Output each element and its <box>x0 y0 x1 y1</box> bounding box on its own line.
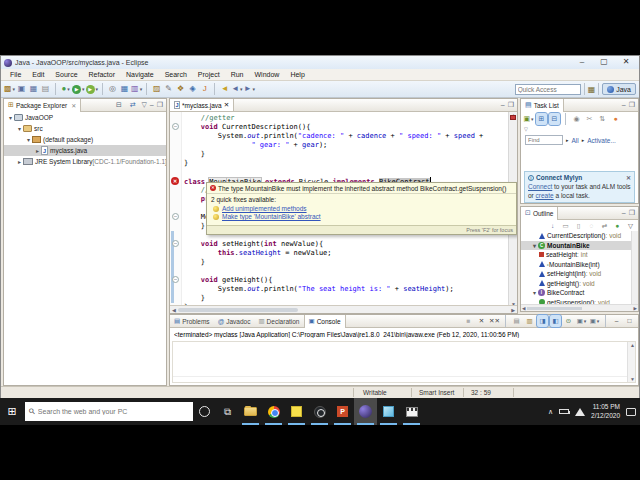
menu-source[interactable]: Source <box>50 69 82 80</box>
link-editor-icon[interactable]: ⇄ <box>599 220 610 232</box>
code-line-4[interactable]: " gear: " + gear); <box>184 141 327 150</box>
all-link[interactable]: All <box>572 137 579 144</box>
last-edit-icon[interactable]: ◄ <box>219 83 230 95</box>
print-icon[interactable]: ▤ <box>40 83 51 95</box>
view-menu-icon[interactable]: ▽ <box>625 220 636 232</box>
coverage-icon[interactable]: ▥▾ <box>131 83 142 95</box>
fold-collapse-icon[interactable]: – <box>172 123 179 130</box>
clear-console-icon[interactable]: ▤ <box>511 315 522 327</box>
code-line-2[interactable]: void CurrentDescription(){ <box>184 123 310 132</box>
focus-icon[interactable]: ◉ <box>571 113 582 125</box>
code-line-15[interactable]: void setHeight(int newValue){ <box>184 240 323 249</box>
sort-icon[interactable]: ↓ <box>547 220 558 232</box>
fold-collapse-icon[interactable]: – <box>172 240 179 247</box>
outline-horizontal-scrollbar[interactable]: ◀ ▶ <box>521 304 638 311</box>
code-line-13[interactable]: } <box>184 222 205 231</box>
open-table-icon[interactable]: ▦ <box>119 83 130 95</box>
close-view-icon[interactable]: ✕ <box>71 102 76 109</box>
code-line-20[interactable]: System.out.println("The seat height is: … <box>184 285 454 294</box>
pin-console-icon[interactable]: ⊙ <box>563 315 574 327</box>
taskbar-search-input[interactable] <box>38 408 178 415</box>
menu-window[interactable]: Window <box>249 69 284 80</box>
menu-navigate[interactable]: Navigate <box>121 69 159 80</box>
expand-all-icon[interactable]: ▸ <box>566 137 569 143</box>
battery-icon[interactable] <box>559 409 569 414</box>
scroll-right-icon[interactable]: ▶ <box>634 306 637 311</box>
overview-error-marker[interactable] <box>510 115 516 120</box>
editor-horizontal-scrollbar[interactable]: ◀ ▶ <box>170 305 517 313</box>
notification-center-icon[interactable] <box>626 408 636 416</box>
tab-myclass-java[interactable]: J *myclass.java ✕ <box>170 99 234 111</box>
tab-outline[interactable]: ⊡ Outline <box>521 207 558 220</box>
menu-search[interactable]: Search <box>160 69 192 80</box>
scroll-left-icon[interactable]: ◀ <box>172 307 176 313</box>
code-line-1[interactable]: //getter <box>184 114 235 123</box>
tree-item-jre-system-library-[interactable]: ▸JRE System Library [CDC-1.1/Foundation-… <box>4 156 166 167</box>
java-perspective-button[interactable]: Java <box>602 83 636 95</box>
editor-tab-close-icon[interactable]: ✕ <box>224 101 229 109</box>
console-vertical-scrollbar[interactable]: ▲ ▼ <box>627 342 635 382</box>
title-bar[interactable]: Java - JavaOOP/src/myclass.java - Eclips… <box>1 56 639 69</box>
hide-static-icon[interactable]: ▯ <box>573 220 584 232</box>
tree-item--default-package-[interactable]: ▾(default package) <box>4 134 166 145</box>
mylyn-link-connect[interactable]: Connect <box>528 183 552 190</box>
expand-icon[interactable]: ▸ <box>16 158 23 165</box>
collapse-icon[interactable]: ▾ <box>25 136 32 143</box>
tab-javadoc[interactable]: @Javadoc <box>214 315 255 328</box>
collapse-all-icon[interactable]: ⊟ <box>113 99 124 111</box>
scroll-left-icon[interactable]: ◀ <box>522 306 525 311</box>
taskbar-search[interactable]: ⚲ <box>25 402 193 421</box>
outline-item-mountainbike-int-[interactable]: cMountainBike(int) <box>521 260 631 270</box>
tree-item-src[interactable]: ▾src <box>4 123 166 134</box>
close-button[interactable]: ✕ <box>615 56 637 69</box>
taskbar-app-video-editor[interactable] <box>400 398 423 425</box>
editor-annotation-ruler[interactable]: ––––✕ <box>170 112 182 307</box>
activate-link[interactable]: Activate... <box>587 137 616 144</box>
start-button[interactable]: ⊞ <box>0 398 24 425</box>
tree-item-myclass-java[interactable]: ▸Jmyclass.java <box>4 145 166 156</box>
show-stdout-icon[interactable]: ◨ <box>537 315 548 327</box>
run-last-icon[interactable]: ▶▾ <box>86 83 99 95</box>
show-stderr-icon[interactable]: ◧ <box>550 315 561 327</box>
find-input[interactable] <box>525 135 563 145</box>
quick-fix-item[interactable]: Make type 'MountainBike' abstract <box>207 212 516 220</box>
minimize-view-icon[interactable]: – <box>611 315 622 327</box>
taskbar-app-chrome[interactable] <box>262 398 285 425</box>
filter-icon[interactable]: ✂ <box>584 113 595 125</box>
outline-item-seatheight[interactable]: seatHeight : int <box>521 250 631 260</box>
quick-fix-item[interactable]: Add unimplemented methods <box>207 204 516 212</box>
tray-expand-icon[interactable]: ∧ <box>548 408 553 416</box>
outline-item-getheight-[interactable]: getHeight() : void <box>521 279 631 289</box>
display-console-icon[interactable]: ▣▾ <box>576 315 587 327</box>
code-line-21[interactable]: } <box>184 294 205 303</box>
debug-icon[interactable]: ●▾ <box>60 83 71 95</box>
maximize-icon[interactable]: ❐ <box>157 100 163 110</box>
outline-item-mountainbike[interactable]: ▾CMountainBike <box>521 241 631 251</box>
console-horizontal-scrollbar[interactable] <box>173 376 627 382</box>
quick-fix-link[interactable]: Add unimplemented methods <box>222 205 307 212</box>
forward-icon[interactable]: ►▾ <box>244 83 255 95</box>
taskbar-app-eclipse[interactable] <box>354 398 377 425</box>
sync-icon[interactable]: ⇅ <box>597 113 608 125</box>
outline-item-bikecontract[interactable]: ▾IBikeContract <box>521 288 631 298</box>
scrollbar-thumb[interactable] <box>527 307 582 310</box>
minimize-button[interactable]: – <box>571 56 593 69</box>
open-task-icon[interactable]: ▨ <box>151 83 162 95</box>
code-line-3[interactable]: System.out.println("cadence: " + cadence… <box>184 132 483 141</box>
mylyn-close-icon[interactable]: ✕ <box>626 174 631 181</box>
console-output-area[interactable]: ▲ ▼ <box>172 341 636 383</box>
focus-dot-icon[interactable]: ● <box>612 220 623 232</box>
back-icon[interactable]: ◄▾ <box>231 83 242 95</box>
minimize-view-icon[interactable]: – <box>622 208 626 218</box>
quick-access-input[interactable] <box>515 84 581 95</box>
code-line-16[interactable]: this.seatHeight = newValue; <box>184 249 332 258</box>
java-element-icon[interactable]: J <box>199 83 210 95</box>
task-view-button[interactable]: ⧉ <box>216 398 239 425</box>
save-all-icon[interactable]: ▦ <box>28 83 39 95</box>
menu-refactor[interactable]: Refactor <box>84 69 120 80</box>
search-icon[interactable]: ◎ <box>107 83 118 95</box>
tab-console[interactable]: ▣Console <box>304 315 346 328</box>
error-marker-icon[interactable]: ✕ <box>171 177 179 185</box>
annotation-icon[interactable]: ✎ <box>163 83 174 95</box>
tab-task-list[interactable]: ▤ Task List <box>521 99 564 112</box>
